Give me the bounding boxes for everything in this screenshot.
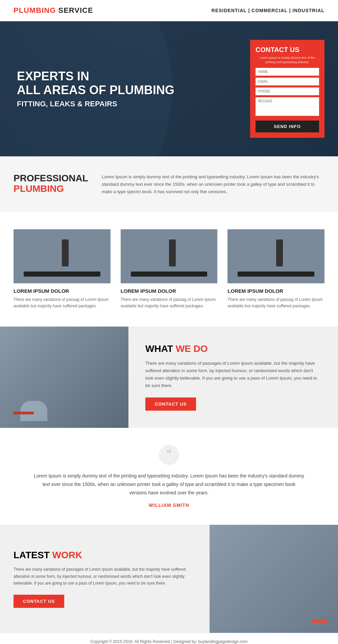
what-we-do-content: WHAT WE DO There are many variations of … xyxy=(128,327,338,428)
testimonial-text: Lorem Ipsum is simply dummy text of the … xyxy=(34,472,304,497)
hero-contact-form: CONTACT US Lorem Ipsum is simply dummy t… xyxy=(250,40,324,137)
name-input[interactable] xyxy=(256,68,319,76)
logo-plumbing: PLUMBING xyxy=(14,6,56,15)
phone-input[interactable] xyxy=(256,87,319,95)
message-input[interactable] xyxy=(256,97,319,116)
nav-links[interactable]: RESIDENTIAL | COMMERCIAL | INDUSTRIAL xyxy=(212,8,324,13)
latest-contact-us-button[interactable]: CONTACT US xyxy=(14,595,64,608)
service-image-2 xyxy=(121,229,218,283)
what-heading: WHAT WE DO xyxy=(145,343,321,354)
professional-section: PROFESSIONAL PLUMBING Lorem Ipsum is sim… xyxy=(0,156,338,212)
what-contact-us-button[interactable]: CONTACT US xyxy=(145,397,196,411)
latest-description: There are many variations of passages of… xyxy=(14,566,196,587)
latest-work-section: LATEST WORK There are many variations of… xyxy=(0,525,338,633)
service-desc-1: There are many variations of passag of L… xyxy=(14,297,111,309)
latest-work-image xyxy=(210,525,338,633)
service-title-1: LOREM IPSUM DOLOR xyxy=(14,288,111,294)
header: PLUMBING SERVICE RESIDENTIAL | COMMERCIA… xyxy=(0,0,338,21)
service-card-3: LOREM IPSUM DOLOR There are many variati… xyxy=(227,229,324,309)
service-image-1 xyxy=(14,229,111,283)
form-title: CONTACT US xyxy=(256,46,319,54)
testimonial-author: WILLIAM SMITH xyxy=(34,503,304,508)
service-image-3 xyxy=(227,229,324,283)
hero-subheading: FITTING, LEAKS & REPAIRS xyxy=(17,100,250,108)
logo-service: SERVICE xyxy=(58,6,93,15)
services-section: LOREM IPSUM DOLOR There are many variati… xyxy=(0,212,338,326)
latest-heading: LATEST WORK xyxy=(14,550,196,561)
send-info-button[interactable]: SEND INFO xyxy=(256,121,319,132)
hero-section: EXPERTS IN ALL AREAS OF PLUMBING FITTING… xyxy=(0,21,338,156)
footer-copyright: Copyright © 2015-2016. All Rights Reserv… xyxy=(14,639,324,644)
testimonial-section: " Lorem Ipsum is simply dummy text of th… xyxy=(0,428,338,525)
pro-heading: PROFESSIONAL PLUMBING xyxy=(14,173,88,194)
logo: PLUMBING SERVICE xyxy=(14,6,93,15)
service-title-3: LOREM IPSUM DOLOR xyxy=(227,288,324,294)
service-card-1: LOREM IPSUM DOLOR There are many variati… xyxy=(14,229,111,309)
what-description: There are many variations of passages of… xyxy=(145,360,321,389)
latest-work-content: LATEST WORK There are many variations of… xyxy=(0,525,210,633)
hero-text: EXPERTS IN ALL AREAS OF PLUMBING FITTING… xyxy=(0,69,250,109)
form-subtitle: Lorem Ipsum is simply dummy text of the … xyxy=(256,56,319,64)
service-card-2: LOREM IPSUM DOLOR There are many variati… xyxy=(121,229,218,309)
email-input[interactable] xyxy=(256,78,319,85)
pro-description: Lorem Ipsum is simply dummy text of the … xyxy=(102,173,324,196)
what-we-do-section: WHAT WE DO There are many variations of … xyxy=(0,327,338,428)
hero-heading: EXPERTS IN ALL AREAS OF PLUMBING xyxy=(17,69,250,97)
pro-title-block: PROFESSIONAL PLUMBING xyxy=(14,173,88,194)
quote-icon: " xyxy=(159,445,179,465)
service-desc-2: There are many variations of passag of L… xyxy=(121,297,218,309)
footer: Copyright © 2015-2016. All Rights Reserv… xyxy=(0,633,338,644)
service-title-2: LOREM IPSUM DOLOR xyxy=(121,288,218,294)
service-desc-3: There are many variations of passag of L… xyxy=(227,297,324,309)
what-we-do-image xyxy=(0,327,128,428)
